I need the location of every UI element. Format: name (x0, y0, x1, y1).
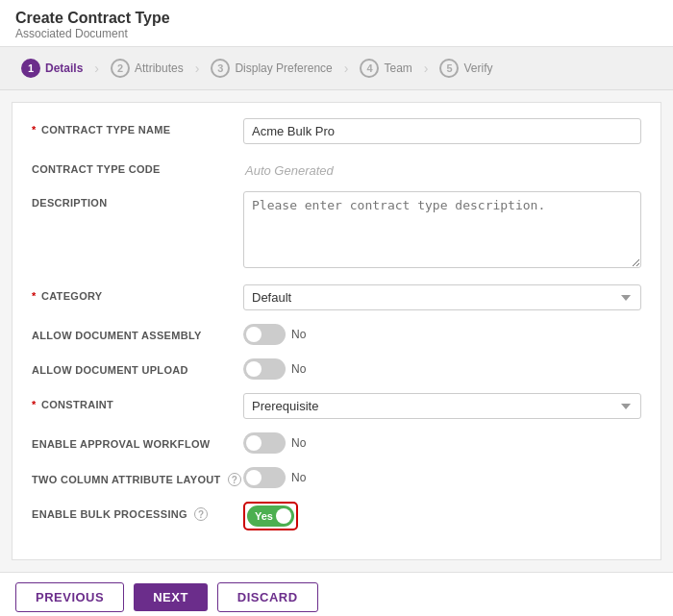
contract-type-name-label: * CONTRACT TYPE NAME (32, 118, 243, 136)
step-4-team[interactable]: 4 Team (354, 57, 417, 80)
two-column-attribute-field: No (243, 467, 641, 488)
spacer (0, 560, 673, 572)
allow-document-upload-no-label: No (291, 362, 306, 376)
bulk-processing-knob (276, 508, 291, 524)
allow-document-upload-toggle-container: No (243, 358, 641, 380)
next-button[interactable]: NEXT (134, 583, 208, 611)
enable-approval-workflow-label: ENABLE APPROVAL WORKFLOW (32, 432, 243, 450)
step-sep-1: › (94, 61, 99, 76)
category-row: * CATEGORY Default Custom (32, 284, 641, 310)
enable-bulk-processing-label: ENABLE BULK PROCESSING ? (32, 502, 243, 521)
step-5-verify[interactable]: 5 Verify (434, 57, 498, 80)
category-select[interactable]: Default Custom (243, 284, 641, 310)
two-column-attribute-toggle[interactable] (243, 467, 286, 488)
previous-button[interactable]: PREVIOUS (15, 582, 124, 612)
constraint-row: * CONSTRAINT Prerequisite Optional (32, 393, 641, 419)
step-2-label: Attributes (135, 62, 184, 75)
two-column-attribute-toggle-container: No (243, 467, 641, 488)
enable-approval-workflow-no-label: No (291, 436, 306, 450)
footer: PREVIOUS NEXT DISCARD (0, 572, 673, 616)
required-star-constraint: * (32, 399, 37, 410)
allow-document-assembly-toggle[interactable] (243, 324, 286, 345)
enable-approval-workflow-toggle[interactable] (243, 432, 286, 454)
step-1-label: Details (45, 62, 83, 75)
description-row: DESCRIPTION (32, 191, 641, 271)
contract-type-code-label: CONTRACT TYPE CODE (32, 158, 243, 175)
step-5-num: 5 (439, 59, 459, 78)
contract-type-name-row: * CONTRACT TYPE NAME (32, 118, 641, 144)
step-1-details[interactable]: 1 Details (15, 57, 88, 80)
category-field: Default Custom (243, 284, 641, 310)
contract-type-code-field: Auto Generated (243, 158, 641, 178)
step-4-label: Team (384, 62, 411, 75)
step-2-num: 2 (111, 59, 130, 78)
enable-approval-workflow-toggle-container: No (243, 432, 641, 454)
allow-document-upload-field: No (243, 358, 641, 380)
enable-approval-workflow-field: No (243, 432, 641, 454)
enable-approval-workflow-slider (243, 432, 286, 454)
enable-bulk-processing-field: Yes (243, 502, 641, 530)
enable-bulk-processing-row: ENABLE BULK PROCESSING ? Yes (32, 502, 641, 530)
allow-document-assembly-field: No (243, 324, 641, 345)
contract-type-code-row: CONTRACT TYPE CODE Auto Generated (32, 158, 641, 178)
required-star-category: * (32, 290, 37, 302)
step-sep-3: › (344, 61, 349, 76)
allow-document-upload-row: ALLOW DOCUMENT UPLOAD No (32, 358, 641, 380)
allow-document-assembly-row: ALLOW DOCUMENT ASSEMBLY No (32, 324, 641, 345)
two-column-attribute-no-label: No (291, 471, 306, 484)
allow-document-assembly-slider (243, 324, 286, 345)
step-sep-2: › (195, 61, 200, 76)
enable-approval-workflow-row: ENABLE APPROVAL WORKFLOW No (32, 432, 641, 454)
required-star-name: * (32, 124, 37, 136)
description-field (243, 191, 641, 271)
contract-type-name-field (243, 118, 641, 144)
allow-document-upload-toggle[interactable] (243, 358, 286, 380)
description-textarea[interactable] (243, 191, 641, 268)
contract-type-name-input[interactable] (243, 118, 641, 144)
enable-bulk-processing-toggle-yes[interactable]: Yes (247, 505, 294, 527)
step-2-attributes[interactable]: 2 Attributes (105, 57, 189, 80)
category-label: * CATEGORY (32, 284, 243, 302)
constraint-label: * CONSTRAINT (32, 393, 243, 410)
allow-document-assembly-label: ALLOW DOCUMENT ASSEMBLY (32, 324, 243, 341)
bulk-processing-help-icon[interactable]: ? (194, 507, 208, 521)
constraint-field: Prerequisite Optional (243, 393, 641, 419)
page-subtitle: Associated Document (15, 27, 658, 40)
page-title: Create Contract Type (15, 10, 658, 27)
auto-generated-text: Auto Generated (243, 158, 641, 178)
wizard-steps: 1 Details › 2 Attributes › 3 Display Pre… (0, 47, 673, 90)
bulk-processing-yes-text: Yes (255, 510, 273, 522)
step-3-display-preference[interactable]: 3 Display Preference (205, 57, 337, 80)
enable-bulk-processing-highlight: Yes (243, 502, 298, 530)
discard-button[interactable]: DISCARD (217, 582, 318, 612)
allow-document-assembly-no-label: No (291, 328, 306, 341)
two-column-attribute-slider (243, 467, 286, 488)
step-5-label: Verify (463, 62, 492, 75)
description-label: DESCRIPTION (32, 191, 243, 209)
constraint-select[interactable]: Prerequisite Optional (243, 393, 641, 419)
allow-document-upload-label: ALLOW DOCUMENT UPLOAD (32, 358, 243, 376)
step-3-label: Display Preference (235, 62, 332, 75)
step-4-num: 4 (360, 59, 379, 78)
form-container: * CONTRACT TYPE NAME CONTRACT TYPE CODE … (12, 102, 661, 560)
two-column-help-icon[interactable]: ? (228, 473, 241, 486)
step-3-num: 3 (211, 59, 230, 78)
two-column-attribute-row: TWO COLUMN ATTRIBUTE LAYOUT ? No (32, 467, 641, 488)
step-sep-4: › (424, 61, 429, 76)
allow-document-upload-slider (243, 358, 286, 380)
step-1-num: 1 (21, 59, 40, 78)
page-header: Create Contract Type Associated Document (0, 0, 673, 47)
allow-document-assembly-toggle-container: No (243, 324, 641, 345)
two-column-attribute-label: TWO COLUMN ATTRIBUTE LAYOUT ? (32, 467, 243, 486)
